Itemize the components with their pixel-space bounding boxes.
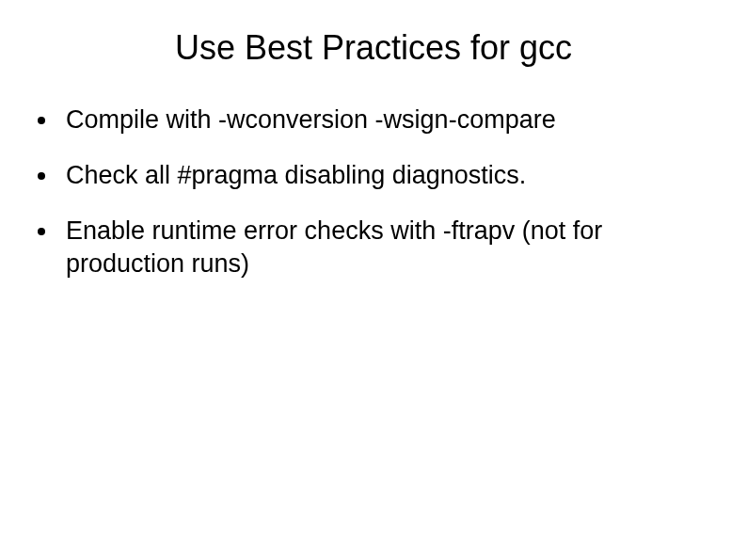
bullet-icon	[38, 228, 45, 235]
bullet-text: Enable runtime error checks with -ftrapv…	[66, 215, 709, 280]
bullet-icon	[38, 117, 45, 124]
bullet-list: Compile with -wconversion -wsign-compare…	[0, 104, 747, 280]
list-item: Check all #pragma disabling diagnostics.	[38, 159, 709, 192]
list-item: Enable runtime error checks with -ftrapv…	[38, 215, 709, 280]
bullet-icon	[38, 172, 45, 180]
bullet-text: Check all #pragma disabling diagnostics.	[66, 159, 709, 192]
bullet-text: Compile with -wconversion -wsign-compare	[66, 104, 709, 136]
list-item: Compile with -wconversion -wsign-compare	[38, 104, 709, 136]
slide-title: Use Best Practices for gcc	[0, 28, 747, 68]
